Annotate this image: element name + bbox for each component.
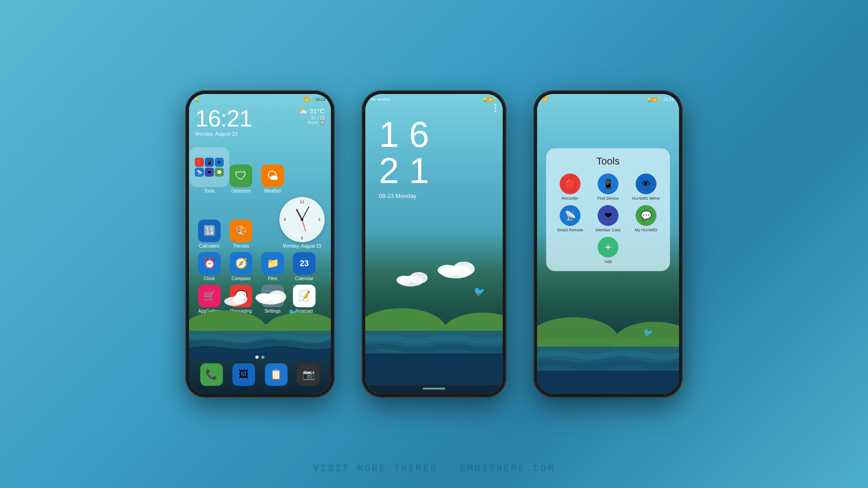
folder-subicon-recorder: 🔴 bbox=[195, 158, 204, 167]
themes-label: Themes bbox=[233, 244, 249, 249]
clock-label: Clock bbox=[203, 276, 215, 281]
dock-notes[interactable]: 📋 bbox=[265, 363, 288, 386]
app-row-1: 🔴 📱 👁 📡 ❤ 💬 Tools bbox=[195, 147, 325, 193]
top-section-left: 16:21 Monday, August 23 ⛅ 31°C 32 / 21 R… bbox=[195, 107, 325, 136]
status-right-left: 📶🔋 16:21 bbox=[304, 97, 326, 102]
svg-rect-36 bbox=[365, 353, 503, 385]
status-time-right: 16:21 bbox=[663, 97, 674, 102]
smart-remote-icon: 📡 bbox=[560, 205, 580, 226]
watermark: VISIT MORE THEMES - EMUITHEME.COM bbox=[313, 463, 555, 474]
weather-app-label: Weather bbox=[264, 188, 281, 193]
weather-app-icon: 🌤 bbox=[261, 164, 284, 187]
menu-dots-center[interactable] bbox=[495, 104, 496, 112]
recorder-icon: 🔴 bbox=[560, 174, 580, 194]
svg-text:🌤: 🌤 bbox=[267, 169, 278, 183]
app-clock[interactable]: ⏰ Clock bbox=[195, 252, 223, 281]
phone-left: 🔔 📶🔋 16:21 16:21 Monday, August 23 bbox=[185, 90, 335, 398]
landscape-scene-right: 🐦 👁 bbox=[537, 295, 679, 394]
files-icon: 📁 bbox=[261, 252, 284, 275]
tool-smart-remote[interactable]: 📡 Smart Remote bbox=[553, 205, 587, 232]
app-files[interactable]: 📁 Files bbox=[259, 252, 287, 281]
smart-remote-label: Smart Remote bbox=[557, 228, 583, 232]
tool-huawei-mirror[interactable]: 👁 HUAWEI Mirror bbox=[629, 174, 663, 201]
calculator-icon: 🔢 bbox=[198, 220, 221, 242]
folder-label-tools: Tools bbox=[204, 188, 214, 193]
tool-member-care[interactable]: ❤ Member Care bbox=[591, 205, 625, 232]
folder-grid: 🔴 📱 👁 📡 ❤ 💬 bbox=[195, 158, 224, 177]
svg-text:🐦: 🐦 bbox=[643, 328, 654, 338]
tool-recorder[interactable]: 🔴 Recorder bbox=[553, 174, 587, 201]
weather-range: 32 / 21 bbox=[298, 115, 325, 120]
folder-subicon-mirror: 👁 bbox=[215, 158, 224, 167]
svg-point-12 bbox=[301, 218, 303, 221]
dock-photos[interactable]: 🖼 bbox=[232, 363, 255, 386]
app-calculator[interactable]: 🔢 Calculator bbox=[195, 220, 223, 249]
svg-line-10 bbox=[302, 207, 309, 220]
add-label: Add bbox=[604, 259, 612, 264]
find-device-icon: 📱 bbox=[598, 174, 618, 194]
svg-text:🛡: 🛡 bbox=[235, 169, 247, 183]
page-dots bbox=[255, 356, 264, 359]
svg-point-29 bbox=[396, 276, 411, 285]
folder-subicon-remote: 📡 bbox=[195, 168, 204, 177]
status-notification-icon: 🔔 bbox=[194, 97, 199, 102]
landscape-scene: 🐦 👁 bbox=[189, 288, 331, 360]
status-time-left: 16:21 bbox=[315, 97, 326, 102]
svg-text:3: 3 bbox=[318, 217, 320, 222]
svg-point-26 bbox=[438, 265, 458, 276]
app-calendar[interactable]: 23 Calendar bbox=[290, 252, 318, 281]
landscape-scene-center: 🐦 👁 bbox=[365, 258, 503, 385]
add-tool-item[interactable]: + Add bbox=[553, 237, 663, 264]
bottom-dock: 📞 🖼 📋 📷 bbox=[195, 363, 325, 386]
app-themes[interactable]: 🎨 Themes bbox=[227, 220, 255, 249]
themes-icon: 🎨 bbox=[230, 220, 252, 242]
tool-find-device[interactable]: 📱 Find Device bbox=[591, 174, 625, 201]
analog-clock: 12 3 6 9 bbox=[279, 197, 325, 242]
weather-location: Rome 🏠 bbox=[298, 120, 325, 125]
status-icons-center: 🔔📶🔋 bbox=[482, 97, 497, 102]
tools-title: Tools bbox=[553, 155, 663, 167]
screen-center: No service· 🔔📶🔋 1 6 2 1 08-23 Monday bbox=[365, 94, 503, 394]
svg-point-28 bbox=[410, 272, 428, 284]
app-compass[interactable]: 🧭 Compass bbox=[227, 252, 255, 281]
files-label: Files bbox=[268, 276, 277, 281]
my-huawei-icon: 💬 bbox=[636, 205, 656, 226]
svg-text:12: 12 bbox=[300, 200, 304, 204]
app-optimizer[interactable]: 🛡 Optimizer bbox=[227, 164, 255, 193]
svg-rect-43 bbox=[537, 371, 679, 394]
find-device-label: Find Device bbox=[597, 196, 619, 201]
folder-subicon-care: ❤ bbox=[205, 168, 214, 177]
phone-right: 📶 🔔📶🔋 16:21 Tools 🔴 Recorder bbox=[533, 90, 683, 398]
dock-phone[interactable]: 📞 bbox=[200, 363, 223, 386]
status-icons-right: 🔔📶🔋 16:21 bbox=[647, 97, 674, 102]
status-bar-left: 🔔 📶🔋 16:21 bbox=[189, 94, 331, 105]
screen-left: 🔔 📶🔋 16:21 16:21 Monday, August 23 bbox=[189, 94, 331, 394]
svg-line-9 bbox=[297, 210, 302, 220]
tool-my-huawei[interactable]: 💬 My HUAWEI bbox=[629, 205, 663, 232]
menu-dot-2 bbox=[495, 107, 496, 109]
clock-widget-date: Monday, August 23 bbox=[283, 244, 321, 249]
my-huawei-label: My HUAWEI bbox=[635, 228, 657, 232]
svg-line-11 bbox=[302, 220, 306, 231]
dock-camera[interactable]: 📷 bbox=[297, 363, 320, 386]
app-row-3: ⏰ Clock 🧭 Compass 📁 Files bbox=[195, 252, 325, 281]
status-signal-right: 📶 bbox=[542, 97, 547, 102]
svg-point-15 bbox=[255, 293, 272, 302]
app-folder-tools[interactable]: 🔴 📱 👁 📡 ❤ 💬 Tools bbox=[195, 147, 223, 193]
clock-widget: 12 3 6 9 bbox=[279, 197, 325, 249]
calendar-label: Calendar bbox=[295, 276, 314, 281]
center-date: 08-23 Monday bbox=[379, 192, 429, 199]
digital-clock-center: 1 6 2 1 08-23 Monday bbox=[379, 117, 429, 199]
huawei-mirror-icon: 👁 bbox=[636, 174, 656, 194]
status-icons-left: 📶🔋 bbox=[304, 97, 314, 102]
screen-right: 📶 🔔📶🔋 16:21 Tools 🔴 Recorder bbox=[537, 94, 679, 394]
folder-icon-tools: 🔴 📱 👁 📡 ❤ 💬 bbox=[189, 147, 229, 187]
time-display-left: 16:21 bbox=[195, 107, 252, 130]
app-weather[interactable]: 🌤 Weather bbox=[259, 164, 287, 193]
member-care-icon: ❤ bbox=[598, 205, 618, 226]
weather-display: ⛅ 31°C 32 / 21 Rome 🏠 bbox=[298, 107, 325, 125]
member-care-label: Member Care bbox=[595, 228, 620, 232]
calendar-icon: 23 bbox=[293, 252, 316, 275]
svg-text:🐦: 🐦 bbox=[474, 286, 485, 297]
tools-grid: 🔴 Recorder 📱 Find Device 👁 HUAWEI Mirror bbox=[553, 174, 663, 232]
